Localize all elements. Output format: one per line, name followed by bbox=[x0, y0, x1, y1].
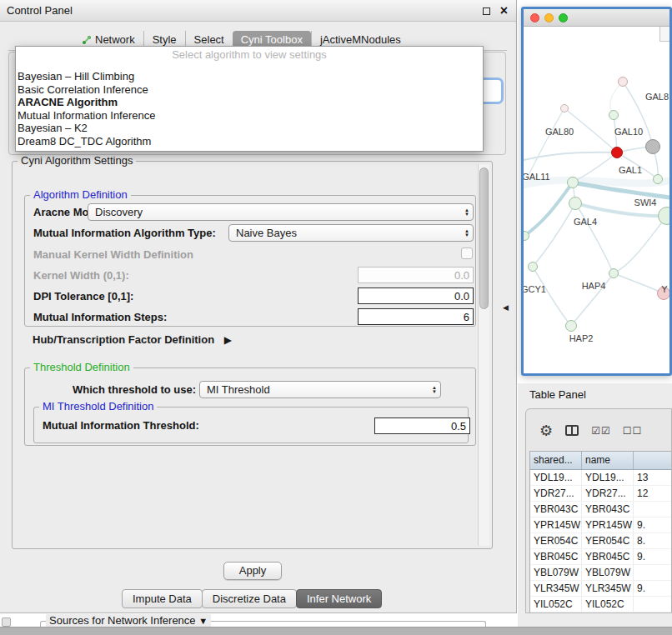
column-header[interactable]: name bbox=[582, 452, 634, 469]
table-row[interactable]: YPR145WYPR145W9. bbox=[530, 518, 672, 533]
aracne-mode-combo[interactable]: Discovery ▲▼ bbox=[88, 203, 474, 221]
select-all-icon[interactable]: ☑☑ bbox=[591, 426, 610, 436]
table-cell: 9. bbox=[634, 518, 672, 532]
network-node-label: Y bbox=[661, 284, 667, 294]
dpi-tolerance-input[interactable] bbox=[358, 288, 474, 304]
scrollbar-thumb[interactable] bbox=[479, 168, 489, 309]
cyni-algorithm-settings-group: Cyni Algorithm Settings Algorithm Defini… bbox=[12, 161, 493, 549]
which-threshold-label: Which threshold to use: bbox=[73, 383, 196, 396]
network-node[interactable] bbox=[567, 177, 579, 188]
table-row[interactable]: YDL19...YDL19...13 bbox=[530, 470, 672, 486]
which-threshold-value: MI Threshold bbox=[207, 383, 429, 396]
control-panel-titlebar: Control Panel × bbox=[0, 0, 516, 22]
network-node-label: HAP2 bbox=[569, 333, 594, 343]
table-panel-title: Table Panel bbox=[529, 388, 586, 401]
table-cell: 13 bbox=[634, 470, 672, 485]
mi-threshold-input[interactable] bbox=[374, 418, 470, 434]
table-row[interactable]: YIL052CYIL052C bbox=[530, 597, 672, 612]
table-cell: YLR345W bbox=[582, 581, 634, 596]
network-node-label: GAL80 bbox=[545, 127, 574, 137]
network-node[interactable] bbox=[618, 77, 628, 87]
table-header-row: shared...name bbox=[530, 452, 672, 470]
network-node[interactable] bbox=[565, 320, 577, 332]
mi-threshold-group-title: MI Threshold Definition bbox=[39, 400, 157, 412]
canvas-scroll-corner[interactable] bbox=[659, 27, 669, 42]
mi-type-combo[interactable]: Naive Bayes ▲▼ bbox=[228, 224, 474, 242]
gear-icon[interactable]: ⚙ bbox=[539, 423, 553, 438]
network-node[interactable] bbox=[609, 268, 619, 278]
network-node[interactable] bbox=[569, 197, 582, 210]
hub-tf-section-toggle[interactable]: Hub/Transcription Factor Definition ▶ bbox=[33, 333, 232, 346]
network-node[interactable] bbox=[645, 139, 660, 154]
network-node[interactable] bbox=[560, 104, 569, 112]
algorithm-option[interactable]: Dream8 DC_TDC Algorithm bbox=[16, 135, 483, 148]
settings-scrollbar[interactable] bbox=[478, 164, 489, 546]
manual-kernel-label: Manual Kernel Width Definition bbox=[33, 248, 193, 261]
apply-button[interactable]: Apply bbox=[223, 562, 282, 580]
network-node-label: GAL1 bbox=[619, 165, 642, 175]
table-row[interactable]: YBR043CYBR043C bbox=[530, 502, 672, 518]
table-cell bbox=[634, 565, 672, 580]
column-header[interactable] bbox=[634, 452, 672, 469]
sources-section-toggle[interactable]: Sources for Network Inference ▼ bbox=[46, 614, 211, 627]
close-icon[interactable]: × bbox=[500, 2, 508, 20]
mi-steps-input[interactable] bbox=[358, 308, 474, 325]
splitter-collapse-icon[interactable]: ◀ bbox=[503, 303, 509, 312]
dpi-tolerance-label: DPI Tolerance [0,1]: bbox=[33, 290, 133, 302]
algorithm-definition-title: Algorithm Definition bbox=[30, 188, 131, 201]
control-panel-title: Control Panel bbox=[7, 0, 73, 22]
columns-icon[interactable] bbox=[565, 425, 579, 436]
float-window-icon[interactable] bbox=[483, 8, 490, 15]
bottom-tab-impute-data[interactable]: Impute Data bbox=[122, 589, 203, 608]
table-cell bbox=[634, 597, 672, 612]
threshold-definition-title: Threshold Definition bbox=[30, 361, 133, 373]
table-cell: YBR043C bbox=[530, 502, 582, 517]
table-row[interactable]: YBL079WYBL079W bbox=[530, 565, 672, 581]
expand-arrow-icon: ▶ bbox=[224, 334, 232, 346]
table-row[interactable]: YER054CYER054C8. bbox=[530, 533, 672, 549]
table-cell: YIL052C bbox=[582, 597, 634, 612]
bottom-tab-infer-network[interactable]: Infer Network bbox=[296, 589, 382, 608]
table-cell: YDL19... bbox=[582, 470, 634, 485]
network-canvas[interactable]: GAL8GAL80GAL10GAL11GAL1SWI4GAL4GCY1HAP4H… bbox=[524, 27, 669, 373]
table-cell: 8. bbox=[634, 533, 672, 548]
algorithm-option[interactable]: Mutual Information Inference bbox=[16, 109, 483, 122]
table-cell: YBR045C bbox=[530, 549, 582, 564]
algorithm-option[interactable]: ARACNE Algorithm bbox=[16, 96, 483, 109]
aracne-mode-value: Discovery bbox=[95, 206, 461, 218]
algorithm-option[interactable]: Basic Correlation Inference bbox=[16, 83, 483, 97]
settings-group-title: Cyni Algorithm Settings bbox=[18, 154, 136, 167]
table-row[interactable]: YBR045CYBR045C9. bbox=[530, 549, 672, 565]
network-node[interactable] bbox=[653, 174, 663, 184]
minimize-button[interactable] bbox=[544, 13, 554, 22]
table-cell: YDR27... bbox=[582, 486, 634, 501]
algorithm-option[interactable]: Bayesian – K2 bbox=[16, 122, 483, 135]
algorithm-option[interactable]: Bayesian – Hill Climbing bbox=[16, 70, 483, 83]
dock-mini-icon[interactable] bbox=[2, 618, 11, 627]
kernel-width-input[interactable] bbox=[358, 267, 474, 283]
close-button[interactable] bbox=[530, 13, 539, 22]
network-node[interactable] bbox=[609, 110, 619, 120]
algorithm-definition-group: Algorithm Definition Aracne Mode: Discov… bbox=[24, 195, 476, 327]
algorithm-placeholder: Select algorithm to view settings bbox=[16, 47, 483, 62]
node-table: shared...name YDL19...YDL19...13YDR27...… bbox=[529, 451, 672, 613]
table-cell: YDR27... bbox=[530, 486, 582, 501]
table-cell: 9. bbox=[634, 549, 672, 564]
table-cell: YPR145W bbox=[530, 518, 582, 532]
table-cell: YPR145W bbox=[582, 518, 634, 532]
mi-threshold-group: MI Threshold Definition Mutual Informati… bbox=[33, 407, 469, 443]
network-node[interactable] bbox=[611, 147, 623, 158]
manual-kernel-checkbox[interactable] bbox=[461, 248, 473, 259]
deselect-all-icon[interactable]: ☐☐ bbox=[623, 426, 642, 436]
table-cell: YBL079W bbox=[530, 565, 582, 580]
network-node-label: GAL4 bbox=[574, 217, 597, 227]
zoom-button[interactable] bbox=[559, 13, 568, 22]
table-row[interactable]: YLR345WYLR345W9. bbox=[530, 581, 672, 597]
network-node[interactable] bbox=[528, 262, 538, 272]
column-header[interactable]: shared... bbox=[530, 452, 582, 469]
table-row[interactable]: YDR27...YDR27...12 bbox=[530, 486, 672, 502]
mi-threshold-label: Mutual Information Threshold: bbox=[43, 419, 199, 432]
network-view-window: GAL8GAL80GAL10GAL11GAL1SWI4GAL4GCY1HAP4H… bbox=[521, 7, 672, 376]
which-threshold-combo[interactable]: MI Threshold ▲▼ bbox=[199, 381, 441, 398]
bottom-tab-discretize-data[interactable]: Discretize Data bbox=[202, 589, 297, 608]
